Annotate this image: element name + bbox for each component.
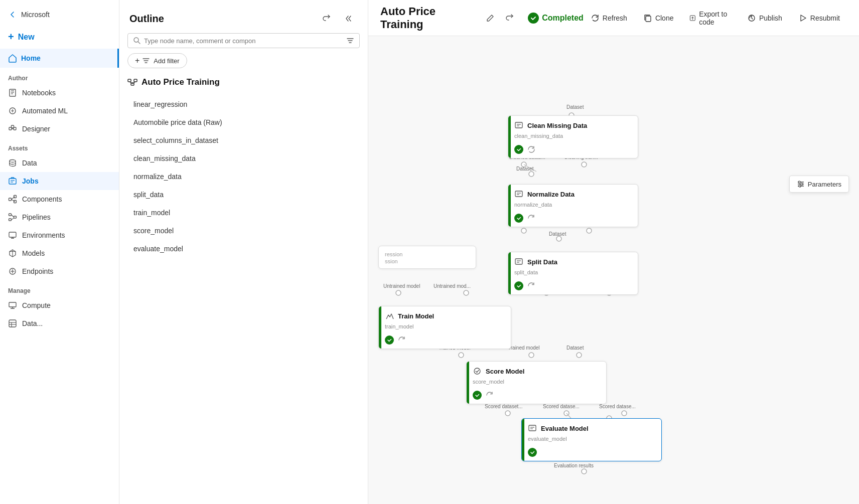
outline-pipeline-header[interactable]: Auto Price Training xyxy=(127,75,360,89)
node-title: Evaluate Model xyxy=(541,425,589,432)
sidebar-item-models[interactable]: Models xyxy=(0,244,119,262)
svg-point-105 xyxy=(801,183,803,185)
outline-node-split[interactable]: split_data xyxy=(127,186,360,204)
svg-rect-0 xyxy=(10,89,16,96)
sidebar-item-data[interactable]: Data xyxy=(0,154,119,172)
clone-icon xyxy=(643,14,652,23)
node-score-model[interactable]: Score Model score_model xyxy=(466,361,607,404)
outline-tree: Auto Price Training linear_regression Au… xyxy=(119,75,368,504)
share-title-icon[interactable] xyxy=(501,10,518,27)
node-refresh-icon[interactable] xyxy=(527,145,535,153)
publish-button[interactable]: Publish xyxy=(740,10,789,27)
node-refresh-icon[interactable] xyxy=(527,214,535,222)
svg-point-61 xyxy=(587,228,592,233)
outline-node-score[interactable]: score_model xyxy=(127,222,360,240)
add-filter-button[interactable]: + Add filter xyxy=(127,53,187,68)
environments-icon xyxy=(8,231,17,240)
node-status-complete xyxy=(528,448,537,457)
add-filter-label: Add filter xyxy=(154,57,179,65)
sidebar-home[interactable]: Home xyxy=(0,49,119,68)
parameters-icon xyxy=(797,180,805,188)
outline-node-auto[interactable]: Automobile price data (Raw) xyxy=(127,113,360,131)
node-subtitle: train_model xyxy=(379,323,511,333)
sidebar-item-jobs[interactable]: Jobs xyxy=(0,172,119,190)
outline-search-box[interactable] xyxy=(127,33,360,48)
sidebar-item-designer[interactable]: Designer xyxy=(0,120,119,138)
outline-node-evaluate[interactable]: evaluate_model xyxy=(127,240,360,258)
outline-collapse-icon[interactable] xyxy=(341,10,358,27)
new-label: New xyxy=(18,33,35,42)
data-icon xyxy=(8,158,17,167)
svg-point-10 xyxy=(10,160,16,162)
edit-title-icon[interactable] xyxy=(482,10,499,27)
completed-text: Completed xyxy=(542,14,584,23)
notebooks-label: Notebooks xyxy=(22,89,56,97)
outline-share-icon[interactable] xyxy=(318,10,335,27)
pencil-icon xyxy=(486,14,495,23)
node-status-bar xyxy=(508,116,511,158)
sidebar-new-button[interactable]: + New xyxy=(0,25,119,49)
refresh-button[interactable]: Refresh xyxy=(584,10,634,27)
node-split-data[interactable]: Split Data split_data xyxy=(508,252,638,295)
node-regression-partial[interactable]: ression ssion xyxy=(378,246,476,269)
sidebar-item-components[interactable]: Components xyxy=(0,190,119,208)
resubmit-icon xyxy=(798,14,807,23)
designer-label: Designer xyxy=(22,125,50,133)
node-clean-missing-data[interactable]: Clean Missing Data clean_missing_data xyxy=(508,115,638,158)
search-input[interactable] xyxy=(144,37,346,45)
canvas[interactable]: Dataset Cleaned datas... Cleaning tran..… xyxy=(368,36,859,504)
svg-point-67 xyxy=(464,290,469,295)
node-normalize-data[interactable]: Normalize Data normalize_data xyxy=(508,184,638,227)
check-icon xyxy=(387,338,392,343)
outline-node-train[interactable]: train_model xyxy=(127,204,360,222)
resubmit-button[interactable]: Resubmit xyxy=(791,10,847,27)
svg-rect-46 xyxy=(646,16,651,22)
sidebar-item-data2[interactable]: Data... xyxy=(0,314,119,332)
node-refresh-icon[interactable] xyxy=(486,391,494,399)
svg-text:Untrained model: Untrained model xyxy=(383,283,420,289)
outline-node-clean[interactable]: clean_missing_data xyxy=(127,149,360,167)
main-title: Auto Price Training xyxy=(380,5,476,31)
parameters-panel[interactable]: Parameters xyxy=(789,176,849,193)
clone-button[interactable]: Clone xyxy=(636,10,681,27)
svg-point-81 xyxy=(505,411,510,416)
outline-node-select[interactable]: select_columns_in_dataset xyxy=(127,131,360,149)
svg-point-97 xyxy=(474,368,480,374)
pipeline-name: Auto Price Training xyxy=(141,77,220,87)
svg-point-106 xyxy=(799,185,801,187)
check-icon xyxy=(475,393,480,398)
automl-label: Automated ML xyxy=(22,107,68,115)
node-refresh-icon[interactable] xyxy=(398,336,406,344)
automl-icon xyxy=(8,106,17,115)
node-header: Normalize Data xyxy=(508,185,638,202)
node-evaluate-model[interactable]: Evaluate Model evaluate_model xyxy=(521,418,662,461)
clone-label: Clone xyxy=(655,14,674,22)
svg-rect-98 xyxy=(529,425,536,431)
svg-line-55 xyxy=(524,164,536,172)
plus-filter-icon: + xyxy=(135,56,139,65)
outline-node-linear[interactable]: linear_regression xyxy=(127,95,360,113)
sidebar-item-environments[interactable]: Environments xyxy=(0,226,119,244)
node-refresh-icon[interactable] xyxy=(527,282,535,290)
plus-icon: + xyxy=(8,31,14,43)
node-train-model[interactable]: Train Model train_model xyxy=(378,306,511,349)
sidebar-item-notebooks[interactable]: Notebooks xyxy=(0,84,119,102)
svg-text:Dataset: Dataset xyxy=(549,231,566,237)
sidebar-item-compute[interactable]: Compute xyxy=(0,296,119,314)
outline-node-normalize[interactable]: normalize_data xyxy=(127,167,360,186)
node-subtitle: evaluate_model xyxy=(522,436,661,446)
sidebar-item-endpoints[interactable]: Endpoints xyxy=(0,262,119,280)
sidebar-item-automl[interactable]: Automated ML xyxy=(0,102,119,120)
svg-rect-35 xyxy=(9,320,16,327)
node-status-complete xyxy=(385,335,394,345)
sidebar-microsoft[interactable]: Microsoft xyxy=(0,4,119,25)
designer-icon xyxy=(8,124,17,133)
pipelines-label: Pipelines xyxy=(22,213,51,221)
node-status-bar xyxy=(508,252,511,294)
export-button[interactable]: Export to code xyxy=(682,6,738,30)
svg-point-77 xyxy=(577,353,582,358)
main-area: Auto Price Training Completed xyxy=(368,0,859,504)
filter-icon[interactable] xyxy=(346,37,354,45)
svg-point-71 xyxy=(396,290,401,295)
sidebar-item-pipelines[interactable]: Pipelines xyxy=(0,208,119,226)
